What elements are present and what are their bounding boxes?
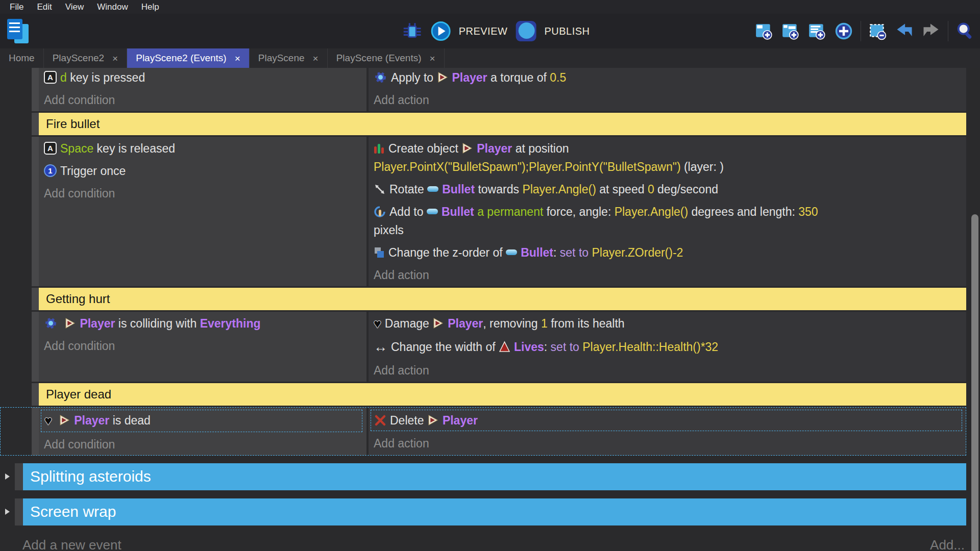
tab-label: Home [9, 53, 35, 64]
preview-button[interactable]: PREVIEW [459, 26, 508, 37]
tab-close-icon[interactable]: × [430, 54, 435, 63]
add-circle-icon[interactable] [833, 19, 854, 43]
group-handle[interactable] [32, 113, 39, 135]
conditions-cell[interactable]: Ad key is pressedAdd condition [39, 68, 366, 111]
add-condition-button[interactable]: Add condition [44, 337, 362, 355]
statement-text: deg/second [654, 183, 718, 196]
conditions-cell[interactable]: ♥ Player is deadAdd condition [39, 407, 366, 456]
keyboard-key-icon: A [44, 71, 60, 84]
actions-cell[interactable]: ♥Damage Player, removing 1 from its heal… [369, 312, 966, 382]
menu-item-edit[interactable]: Edit [30, 0, 58, 14]
add-condition-button[interactable]: Add condition [44, 435, 362, 454]
action-item[interactable]: ♥Damage Player, removing 1 from its heal… [374, 314, 962, 334]
menu-item-file[interactable]: File [3, 0, 30, 14]
collapse-arrow-icon[interactable] [5, 473, 10, 480]
action-item[interactable]: Apply to Player a torque of 0.5 [374, 68, 962, 87]
toolbar-right [753, 14, 976, 48]
project-manager-icon[interactable] [7, 19, 29, 43]
tab-label: PlayScene [258, 53, 305, 64]
conditions-cell[interactable]: Player is colliding with EverythingAdd c… [39, 312, 366, 382]
group-header[interactable]: Getting hurt [39, 288, 966, 310]
statement-text: Bullet [521, 246, 553, 259]
tab-playscene-events-[interactable]: PlayScene (Events)× [328, 48, 445, 68]
actions-cell[interactable]: Create object Player at positionPlayer.P… [369, 137, 966, 286]
delete-selection-icon[interactable] [867, 19, 889, 43]
actions-cell[interactable]: Delete PlayerAdd action [369, 407, 966, 456]
statement-text: key is pressed [67, 71, 145, 84]
create-object-icon [374, 142, 388, 155]
selected-condition-box[interactable]: ♥ Player is dead [41, 410, 362, 432]
tab-close-icon[interactable]: × [112, 54, 118, 63]
add-new-event-button[interactable]: Add a new event [22, 537, 121, 551]
menu-item-help[interactable]: Help [135, 0, 166, 14]
tab-playscene[interactable]: PlayScene× [250, 48, 328, 68]
condition-item[interactable]: Ad key is pressed [44, 68, 362, 87]
add-action-button[interactable]: Add action [374, 91, 962, 109]
action-item[interactable]: Create object Player at positionPlayer.P… [374, 139, 962, 176]
event-handle[interactable] [32, 312, 39, 382]
add-action-button[interactable]: Add action [374, 434, 962, 453]
group-header[interactable]: Player dead [39, 383, 966, 406]
undo-icon[interactable] [894, 19, 915, 43]
publish-globe-icon[interactable] [516, 21, 536, 41]
search-icon[interactable] [954, 19, 976, 43]
action-item[interactable]: Add to Bullet a permanent force, angle: … [374, 203, 962, 239]
player-ship-icon [59, 414, 74, 427]
action-item[interactable]: Change the z-order of Bullet: set to Pla… [374, 243, 962, 262]
tab-playscene2[interactable]: PlayScene2× [44, 48, 128, 68]
tab-playscene2-events-[interactable]: PlayScene2 (Events)× [127, 48, 250, 68]
tab-home[interactable]: Home [0, 48, 44, 68]
vertical-scrollbar[interactable] [971, 214, 978, 551]
action-item[interactable]: Delete Player [374, 411, 959, 430]
statement-text: : [544, 340, 551, 354]
condition-item[interactable]: ASpace key is released [44, 139, 362, 158]
add-action-button[interactable]: Add action [374, 266, 962, 284]
add-subevent-icon[interactable] [780, 19, 801, 43]
group-handle[interactable] [32, 383, 39, 406]
selected-action-box[interactable]: Delete Player [371, 410, 962, 431]
group-row: Player dead [0, 383, 966, 406]
collapse-arrow-icon[interactable] [5, 509, 10, 515]
event-handle[interactable] [32, 68, 39, 111]
add-comment-icon[interactable] [806, 19, 828, 43]
add-more-button[interactable]: Add... [930, 537, 965, 551]
group-handle[interactable] [15, 463, 23, 490]
group-handle[interactable] [32, 288, 39, 310]
statement-text: Create object [388, 142, 461, 155]
debugger-icon[interactable] [402, 19, 423, 43]
statement-text: a permanent [477, 205, 543, 218]
actions-cell[interactable]: Apply to Player a torque of 0.5Add actio… [369, 68, 966, 111]
action-item[interactable]: ↔Change the width of Lives: set to Playe… [374, 338, 962, 357]
statement-text: Player [452, 71, 487, 84]
redo-icon[interactable] [920, 19, 942, 43]
publish-button[interactable]: PUBLISH [544, 26, 590, 37]
event-handle[interactable] [32, 407, 39, 456]
rotate-icon [374, 183, 389, 196]
condition-item[interactable]: ♥ Player is dead [44, 411, 359, 431]
menu-item-window[interactable]: Window [90, 0, 134, 14]
menu-item-view[interactable]: View [59, 0, 91, 14]
statement-text: Bullet [442, 205, 474, 218]
add-action-button[interactable]: Add action [374, 361, 962, 380]
statement-text: at speed [596, 183, 648, 196]
statement-text: (layer: ) [681, 160, 724, 173]
group-header[interactable]: Screen wrap [23, 498, 966, 525]
event-handle[interactable] [32, 137, 39, 286]
group-header[interactable]: Fire bullet [39, 113, 966, 135]
conditions-cell[interactable]: ASpace key is released1Trigger onceAdd c… [39, 137, 366, 286]
group-handle[interactable] [15, 498, 23, 525]
action-item[interactable]: Rotate Bullet towards Player.Angle() at … [374, 180, 962, 198]
event-gutter [0, 137, 32, 286]
tab-close-icon[interactable]: × [313, 54, 318, 63]
tab-label: PlayScene2 (Events) [136, 53, 226, 64]
group-header[interactable]: Splitting asteroids [23, 463, 966, 490]
add-condition-button[interactable]: Add condition [44, 184, 362, 203]
statement-text: set to [560, 246, 589, 259]
condition-item[interactable]: 1Trigger once [44, 162, 362, 180]
add-event-icon[interactable] [753, 19, 775, 43]
preview-play-icon[interactable] [431, 21, 451, 41]
condition-item[interactable]: Player is colliding with Everything [44, 314, 362, 333]
event-gutter [0, 288, 32, 310]
add-condition-button[interactable]: Add condition [44, 91, 362, 109]
tab-close-icon[interactable]: × [235, 54, 240, 63]
